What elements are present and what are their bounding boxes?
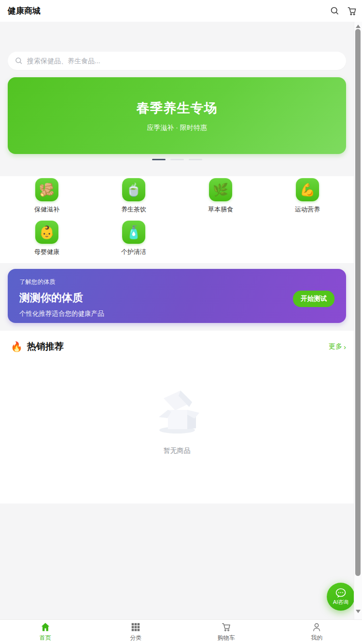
herb-icon: 🌿 — [209, 178, 232, 201]
category-label: 养生茶饮 — [121, 205, 146, 214]
more-link[interactable]: 更多 › — [329, 342, 346, 351]
category-item-yangshengchayin[interactable]: 🍵 养生茶饮 — [90, 177, 177, 220]
search-icon[interactable] — [329, 6, 340, 16]
lotion-icon: 🧴 — [122, 221, 145, 244]
quiz-banner[interactable]: 了解您的体质 测测你的体质 个性化推荐适合您的健康产品 开始测试 — [8, 269, 346, 323]
carousel-dot[interactable] — [152, 159, 166, 160]
category-label: 母婴健康 — [34, 248, 59, 256]
home-icon — [40, 622, 51, 632]
search-bar[interactable] — [8, 52, 346, 70]
start-test-button[interactable]: 开始测试 — [293, 291, 334, 307]
category-label: 个护清洁 — [121, 248, 146, 256]
category-item-baojianzibu[interactable]: 🫚 保健滋补 — [3, 177, 90, 220]
hero-banner[interactable]: 春季养生专场 应季滋补 · 限时特惠 — [8, 77, 346, 154]
search-input-icon — [14, 56, 23, 65]
hero-title: 春季养生专场 — [137, 99, 218, 117]
category-item-caobenshanshi[interactable]: 🌿 草本膳食 — [177, 177, 264, 220]
tab-categories[interactable]: 分类 — [91, 620, 181, 644]
scroll-up-arrow[interactable] — [356, 25, 361, 28]
tab-home[interactable]: 首页 — [0, 620, 91, 644]
scroll-down-arrow[interactable] — [356, 610, 361, 613]
scrollbar-thumb[interactable] — [355, 29, 361, 576]
category-grid: 🫚 保健滋补 🍵 养生茶饮 🌿 草本膳食 💪 运动营养 👶 母婴健康 🧴 — [0, 176, 354, 263]
vertical-scrollbar[interactable] — [354, 22, 362, 619]
category-item-gehuqingjie[interactable]: 🧴 个护清洁 — [90, 220, 177, 262]
ginger-icon: 🫚 — [35, 178, 58, 201]
app-header: 健康商城 — [0, 0, 362, 22]
ai-fab-label: AI咨询 — [333, 599, 348, 606]
page-title: 健康商城 — [8, 5, 41, 16]
chevron-right-icon: › — [344, 343, 346, 351]
more-label: 更多 — [329, 342, 342, 351]
user-icon — [311, 622, 322, 632]
tea-icon: 🍵 — [122, 178, 145, 201]
carousel-indicators — [0, 159, 354, 160]
fire-icon: 🔥 — [11, 342, 23, 351]
empty-state: 暂无商品 — [0, 388, 354, 455]
empty-box-illustration — [151, 388, 204, 436]
quiz-subtitle: 个性化推荐适合您的健康产品 — [19, 309, 334, 318]
tab-cart[interactable]: 购物车 — [181, 620, 272, 644]
ai-consult-button[interactable]: AI咨询 — [327, 583, 355, 611]
category-item-yundongyingyang[interactable]: 💪 运动营养 — [264, 177, 351, 220]
tab-label: 我的 — [311, 634, 322, 642]
quiz-eyebrow: 了解您的体质 — [19, 278, 334, 286]
cart-icon[interactable] — [347, 6, 357, 16]
category-label: 运动营养 — [295, 205, 320, 214]
hot-sale-title: 热销推荐 — [27, 340, 64, 353]
tab-profile[interactable]: 我的 — [272, 620, 362, 644]
category-label: 草本膳食 — [208, 205, 233, 214]
category-item-muyingjiankang[interactable]: 👶 母婴健康 — [3, 220, 90, 262]
carousel-dot[interactable] — [170, 159, 184, 160]
muscle-icon: 💪 — [296, 178, 319, 201]
header-actions — [329, 0, 357, 22]
cart-icon — [221, 622, 232, 632]
hot-sale-header: 🔥 热销推荐 更多 › — [0, 331, 354, 353]
empty-text: 暂无商品 — [164, 447, 191, 455]
chat-bubble-icon — [334, 588, 347, 599]
carousel-dot[interactable] — [189, 159, 202, 160]
hero-subtitle: 应季滋补 · 限时特惠 — [147, 124, 207, 132]
tab-label: 购物车 — [218, 634, 235, 642]
tab-label: 分类 — [130, 634, 141, 642]
hot-sale-section: 🔥 热销推荐 更多 › 暂无商品 — [0, 331, 354, 504]
category-label: 保健滋补 — [34, 205, 59, 214]
scroll-content: 春季养生专场 应季滋补 · 限时特惠 🫚 保健滋补 🍵 养生茶饮 🌿 草本膳食 … — [0, 22, 362, 619]
search-input[interactable] — [27, 57, 339, 65]
health-mall-page: 健康商城 春季养生专场 应季滋补 · 限时特惠 🫚 — [0, 0, 362, 644]
bottom-tabbar: 首页 分类 购物车 我的 — [0, 619, 362, 644]
tab-label: 首页 — [40, 634, 51, 642]
baby-icon: 👶 — [35, 221, 58, 244]
quiz-title: 测测你的体质 — [19, 291, 334, 305]
grid-icon — [130, 622, 141, 632]
